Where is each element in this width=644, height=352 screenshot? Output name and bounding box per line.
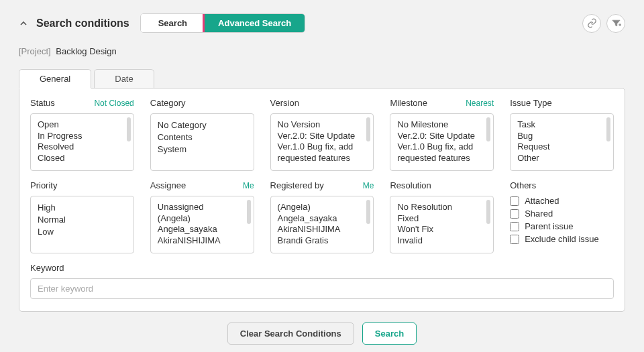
list-item[interactable]: No Version	[276, 119, 368, 131]
list-item[interactable]: (Angela)	[276, 202, 368, 213]
list-item[interactable]: Open	[36, 119, 128, 131]
category-label: Category	[150, 98, 186, 108]
list-item[interactable]: Ver.1.0 Bug fix, add requested features	[396, 141, 488, 164]
scrollbar[interactable]	[486, 117, 490, 141]
issuetype-listbox[interactable]: Task Bug Request Other	[510, 113, 614, 171]
list-item[interactable]: Brandi Gratis	[276, 235, 368, 247]
list-item[interactable]: Other	[516, 153, 608, 164]
project-prefix: [Project]	[19, 46, 51, 56]
version-listbox[interactable]: No Version Ver.2.0: Site Update Ver.1.0 …	[270, 113, 374, 171]
list-item[interactable]: AkiraNISHIJIMA	[276, 224, 368, 235]
list-item[interactable]: Angela_sayaka	[276, 213, 368, 225]
list-item[interactable]: Ver.2.0: Site Update	[396, 131, 488, 142]
scrollbar[interactable]	[486, 200, 490, 224]
category-listbox[interactable]: No Category Contents System	[150, 113, 254, 171]
list-item[interactable]: Unassigned	[156, 202, 248, 213]
search-mode-toggle: Search Advanced Search	[140, 13, 305, 33]
clear-search-button[interactable]: Clear Search Conditions	[227, 322, 354, 345]
list-item[interactable]: Invalid	[396, 235, 488, 247]
assignee-listbox[interactable]: Unassigned (Angela) Angela_sayaka AkiraN…	[150, 196, 254, 253]
list-item[interactable]: In Progress	[36, 131, 128, 142]
search-panel: Status Not Closed Open In Progress Resol…	[19, 88, 625, 312]
status-notclosed-link[interactable]: Not Closed	[94, 99, 133, 108]
assignee-label: Assignee	[150, 180, 186, 190]
keyword-input[interactable]	[30, 278, 614, 299]
scrollbar[interactable]	[606, 117, 610, 141]
version-label: Version	[270, 98, 299, 108]
collapse-caret-icon[interactable]	[19, 19, 28, 28]
search-button[interactable]: Search	[362, 322, 417, 345]
breadcrumb: [Project] Backlog Design	[19, 46, 625, 56]
registeredby-me-link[interactable]: Me	[363, 181, 374, 190]
list-item[interactable]: (Angela)	[156, 213, 248, 225]
others-exclude-child-checkbox[interactable]: Exclude child issue	[510, 234, 614, 244]
list-item[interactable]: No Milestone	[396, 119, 488, 131]
list-item[interactable]: Ver.1.0 Bug fix, add requested features	[276, 141, 368, 164]
others-shared-checkbox[interactable]: Shared	[510, 209, 614, 219]
list-item[interactable]: Ver.2.0: Site Update	[276, 131, 368, 142]
checkbox[interactable]	[510, 209, 519, 219]
list-item[interactable]: Resolved	[36, 141, 128, 153]
list-item[interactable]: No Category	[156, 119, 248, 131]
milestone-nearest-link[interactable]: Nearest	[466, 99, 494, 108]
checkbox[interactable]	[510, 235, 519, 244]
priority-label: Priority	[30, 180, 57, 190]
list-item[interactable]: System	[156, 143, 248, 156]
filter-plus-icon[interactable]	[606, 14, 625, 33]
list-item[interactable]: High	[36, 202, 128, 214]
tab-general[interactable]: General	[19, 69, 91, 89]
tab-date[interactable]: Date	[94, 69, 154, 89]
simple-search-button[interactable]: Search	[141, 14, 205, 32]
status-listbox[interactable]: Open In Progress Resolved Closed	[30, 113, 134, 171]
list-item[interactable]: Task	[516, 119, 608, 131]
milestone-listbox[interactable]: No Milestone Ver.2.0: Site Update Ver.1.…	[390, 113, 494, 171]
others-label: Others	[510, 180, 536, 190]
list-item[interactable]: Angela_sayaka	[156, 224, 248, 235]
project-name: Backlog Design	[56, 46, 116, 56]
scrollbar[interactable]	[127, 117, 131, 141]
list-item[interactable]: Closed	[36, 153, 128, 164]
others-parent-checkbox[interactable]: Parent issue	[510, 221, 614, 231]
milestone-label: Milestone	[390, 98, 427, 108]
resolution-listbox[interactable]: No Resolution Fixed Won't Fix Invalid	[390, 196, 494, 253]
registeredby-listbox[interactable]: (Angela) Angela_sayaka AkiraNISHIJIMA Br…	[270, 196, 374, 253]
list-item[interactable]: Low	[36, 226, 128, 238]
list-item[interactable]: Won't Fix	[396, 224, 488, 235]
list-item[interactable]: AkiraNISHIJIMA	[156, 235, 248, 247]
list-item[interactable]: Contents	[156, 131, 248, 143]
scrollbar[interactable]	[366, 200, 370, 224]
priority-listbox[interactable]: High Normal Low	[30, 196, 134, 253]
scrollbar[interactable]	[366, 117, 370, 141]
list-item[interactable]: Fixed	[396, 213, 488, 225]
list-item[interactable]: No Resolution	[396, 202, 488, 213]
issuetype-label: Issue Type	[510, 98, 552, 108]
registeredby-label: Registered by	[270, 180, 324, 190]
advanced-search-button[interactable]: Advanced Search	[205, 14, 305, 32]
checkbox[interactable]	[510, 222, 519, 231]
scrollbar[interactable]	[247, 200, 251, 224]
keyword-label: Keyword	[30, 263, 64, 273]
checkbox[interactable]	[510, 196, 519, 206]
status-label: Status	[30, 98, 55, 108]
resolution-label: Resolution	[390, 180, 431, 190]
link-icon[interactable]	[582, 14, 601, 33]
list-item[interactable]: Request	[516, 141, 608, 153]
list-item[interactable]: Bug	[516, 131, 608, 142]
page-title: Search conditions	[36, 17, 129, 30]
others-attached-checkbox[interactable]: Attached	[510, 196, 614, 206]
assignee-me-link[interactable]: Me	[243, 181, 254, 190]
list-item[interactable]: Normal	[36, 214, 128, 226]
